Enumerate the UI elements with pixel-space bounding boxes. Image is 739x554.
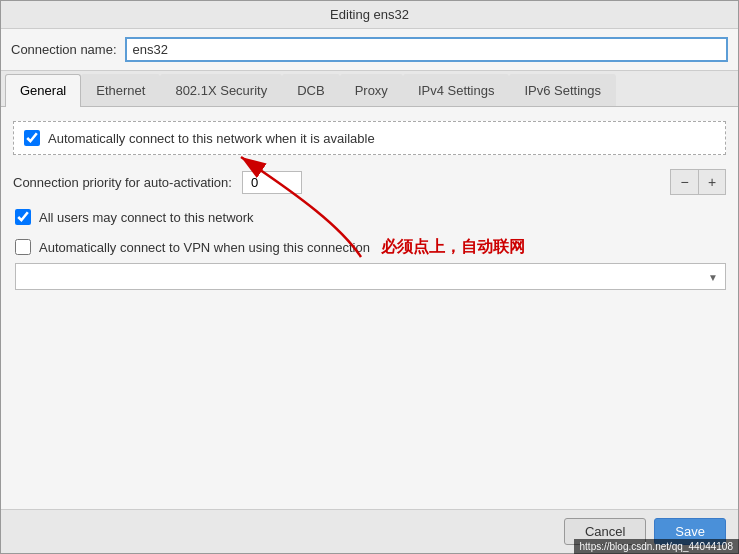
- vpn-auto-connect-checkbox[interactable]: [15, 239, 31, 255]
- all-users-checkbox[interactable]: [15, 209, 31, 225]
- tab-ethernet[interactable]: Ethernet: [81, 74, 160, 106]
- vpn-checkbox-row: Automatically connect to VPN when using …: [13, 239, 726, 255]
- auto-connect-checkbox[interactable]: [24, 130, 40, 146]
- priority-label: Connection priority for auto-activation:: [13, 175, 232, 190]
- tab-ipv4-settings[interactable]: IPv4 Settings: [403, 74, 510, 106]
- priority-plus-button[interactable]: +: [698, 169, 726, 195]
- tabs-bar: General Ethernet 802.1X Security DCB Pro…: [1, 71, 738, 107]
- vpn-auto-connect-label: Automatically connect to VPN when using …: [39, 240, 370, 255]
- main-window: Editing ens32 Connection name: General E…: [0, 0, 739, 554]
- footer: https://blog.csdn.net/qq_44044108 Cancel…: [1, 509, 738, 553]
- tab-proxy[interactable]: Proxy: [340, 74, 403, 106]
- tab-dcb[interactable]: DCB: [282, 74, 339, 106]
- vpn-dropdown-container: [15, 263, 726, 290]
- auto-connect-label: Automatically connect to this network wh…: [48, 131, 375, 146]
- all-users-label: All users may connect to this network: [39, 210, 254, 225]
- tab-general[interactable]: General: [5, 74, 81, 107]
- tab-8021x-security[interactable]: 802.1X Security: [160, 74, 282, 106]
- title-bar: Editing ens32: [1, 1, 738, 29]
- priority-row: Connection priority for auto-activation:…: [13, 169, 726, 195]
- priority-buttons: − +: [670, 169, 726, 195]
- all-users-row: All users may connect to this network: [13, 209, 726, 225]
- vpn-section: Automatically connect to VPN when using …: [13, 239, 726, 290]
- tab-content: Automatically connect to this network wh…: [1, 107, 738, 509]
- priority-input[interactable]: [242, 171, 302, 194]
- auto-connect-row: Automatically connect to this network wh…: [13, 121, 726, 155]
- connection-name-row: Connection name:: [1, 29, 738, 71]
- watermark: https://blog.csdn.net/qq_44044108: [574, 539, 739, 554]
- priority-minus-button[interactable]: −: [670, 169, 698, 195]
- vpn-dropdown[interactable]: [15, 263, 726, 290]
- connection-name-input[interactable]: [125, 37, 728, 62]
- window-title: Editing ens32: [330, 7, 409, 22]
- tab-ipv6-settings[interactable]: IPv6 Settings: [509, 74, 616, 106]
- connection-name-label: Connection name:: [11, 42, 117, 57]
- vpn-dropdown-row: [13, 263, 726, 290]
